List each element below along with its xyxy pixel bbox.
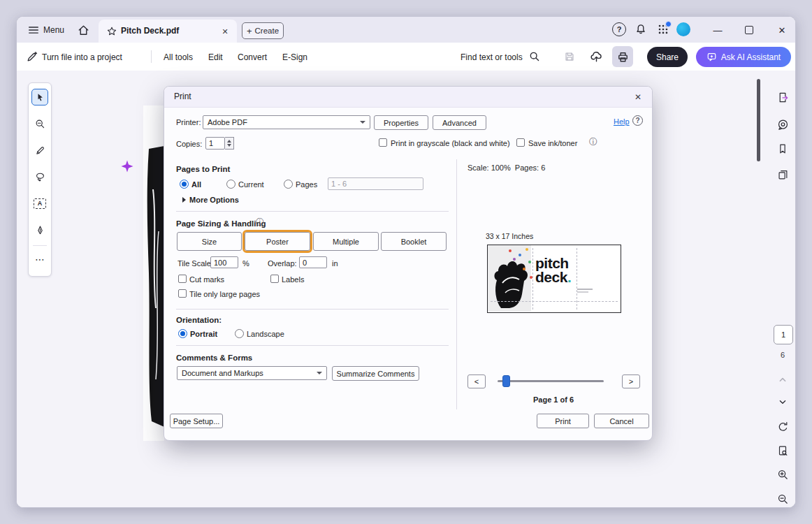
sizing-mode-size[interactable]: Size <box>177 232 242 251</box>
stepper-up-icon[interactable] <box>227 140 231 143</box>
find-text-label[interactable]: Find text or tools <box>461 52 523 62</box>
scroll-up-icon[interactable] <box>774 371 791 388</box>
more-options-toggle[interactable]: More Options <box>182 196 239 204</box>
print-icon[interactable] <box>612 46 633 67</box>
fit-page-icon[interactable] <box>774 442 791 459</box>
summarize-comments-button[interactable]: Summarize Comments <box>332 366 419 381</box>
sizing-mode-poster[interactable]: Poster <box>245 232 310 251</box>
preview-next-button[interactable]: > <box>622 374 640 388</box>
window-close-icon[interactable]: ✕ <box>773 21 791 39</box>
pages-panel-icon[interactable] <box>774 166 791 183</box>
save-ink-info-icon[interactable]: ⓘ <box>589 138 597 146</box>
scale-info: Scale: 100% Pages: 6 <box>467 163 545 172</box>
page-number-box[interactable]: 1 <box>774 325 793 344</box>
select-tool[interactable] <box>31 89 48 105</box>
add-text-tool[interactable]: A <box>31 195 48 212</box>
pages-range-radio[interactable] <box>284 180 293 189</box>
document-tab[interactable]: Pitch Deck.pdf ✕ <box>99 20 237 43</box>
pages-all-radio[interactable] <box>180 180 189 189</box>
nav-esign[interactable]: E-Sign <box>282 52 307 62</box>
cloud-upload-icon[interactable] <box>588 49 604 64</box>
export-pdf-icon[interactable] <box>774 89 791 105</box>
home-icon[interactable] <box>75 22 91 38</box>
search-icon[interactable] <box>528 50 542 64</box>
zoom-out-icon[interactable] <box>774 490 791 507</box>
nav-convert[interactable]: Convert <box>238 52 267 62</box>
cut-marks-checkbox[interactable] <box>178 275 187 283</box>
save-icon[interactable] <box>562 49 577 64</box>
tile-large-checkbox[interactable] <box>178 289 187 298</box>
help-link[interactable]: Help <box>614 117 630 126</box>
sizing-mode-multiple[interactable]: Multiple <box>313 232 379 251</box>
draw-tool[interactable] <box>31 142 48 159</box>
labels-checkbox[interactable] <box>270 275 279 283</box>
portrait-radio[interactable] <box>178 329 187 338</box>
sizing-info-icon[interactable]: ⓘ <box>256 218 264 226</box>
chevron-down-icon <box>317 372 322 374</box>
create-label: Create <box>255 27 280 35</box>
pages-all-label: All <box>191 180 201 189</box>
zoom-in-icon[interactable] <box>774 466 791 483</box>
sizing-mode-booklet[interactable]: Booklet <box>381 232 447 251</box>
tab-close-icon[interactable]: ✕ <box>219 25 231 38</box>
ask-ai-button[interactable]: Ask AI Assistant <box>696 47 791 67</box>
tile-scale-input[interactable] <box>210 256 238 268</box>
window-maximize-icon[interactable] <box>740 21 758 39</box>
notifications-bell-icon[interactable] <box>634 22 648 36</box>
section-divider <box>176 309 449 310</box>
logo-line-1: pitch <box>535 256 571 270</box>
advanced-button[interactable]: Advanced <box>433 115 486 130</box>
zoom-tool[interactable] <box>31 115 48 132</box>
nav-all-tools[interactable]: All tools <box>164 52 193 62</box>
comments-dropdown[interactable]: Document and Markups <box>177 366 327 380</box>
page-range-input[interactable] <box>328 177 423 190</box>
menu-label[interactable]: Menu <box>43 25 64 35</box>
nav-edit[interactable]: Edit <box>208 52 223 62</box>
notification-dot <box>665 21 672 27</box>
print-button[interactable]: Print <box>537 414 589 428</box>
help-icon[interactable]: ? <box>612 22 626 36</box>
apps-grid-icon[interactable] <box>656 22 670 36</box>
cancel-button[interactable]: Cancel <box>594 414 649 428</box>
landscape-radio[interactable] <box>235 329 244 338</box>
preview-slider-handle[interactable] <box>502 375 510 387</box>
vertical-scrollbar[interactable] <box>757 79 760 161</box>
grayscale-checkbox[interactable] <box>379 138 387 147</box>
copies-input[interactable] <box>205 137 225 150</box>
copies-stepper[interactable] <box>225 137 234 150</box>
help-question-icon[interactable]: ? <box>632 115 643 126</box>
fill-sign-tool[interactable] <box>31 221 48 238</box>
properties-button[interactable]: Properties <box>374 115 428 130</box>
share-button[interactable]: Share <box>647 47 688 67</box>
star-icon[interactable] <box>106 25 118 38</box>
lasso-tool[interactable] <box>31 168 48 185</box>
window-minimize-icon[interactable]: — <box>709 21 727 39</box>
logo-caption-line <box>577 289 593 290</box>
rotate-page-icon[interactable] <box>774 419 791 435</box>
more-tools[interactable]: ⋯ <box>31 251 48 268</box>
profile-avatar[interactable] <box>676 22 690 36</box>
preview-slider-track[interactable] <box>498 380 604 382</box>
tile-guide-vertical <box>532 248 533 310</box>
portrait-label: Portrait <box>190 330 217 338</box>
pages-current-radio[interactable] <box>226 180 235 189</box>
printer-dropdown[interactable]: Adobe PDF <box>203 115 370 129</box>
stepper-down-icon[interactable] <box>227 144 231 147</box>
scroll-down-icon[interactable] <box>774 394 791 411</box>
print-dialog-header[interactable]: Print ✕ <box>164 87 652 108</box>
pages-to-print-heading: Pages to Print <box>176 165 230 173</box>
create-button[interactable]: + Create <box>242 22 284 39</box>
ask-ai-label: Ask AI Assistant <box>721 52 781 62</box>
comments-icon[interactable] <box>774 116 791 133</box>
preview-prev-button[interactable]: < <box>467 374 486 388</box>
save-ink-checkbox[interactable] <box>516 138 525 147</box>
confetti-dot <box>509 249 512 252</box>
hamburger-menu-icon[interactable] <box>27 23 41 37</box>
print-dialog: Print ✕ Printer: Adobe PDF Properties Ad… <box>164 86 653 441</box>
bookmarks-icon[interactable] <box>774 140 791 157</box>
page-setup-button[interactable]: Page Setup... <box>170 414 223 428</box>
labels-label: Labels <box>282 275 304 284</box>
overlap-input[interactable] <box>299 256 327 268</box>
dialog-close-icon[interactable]: ✕ <box>631 90 645 104</box>
project-button[interactable]: Turn file into a project <box>42 52 122 62</box>
